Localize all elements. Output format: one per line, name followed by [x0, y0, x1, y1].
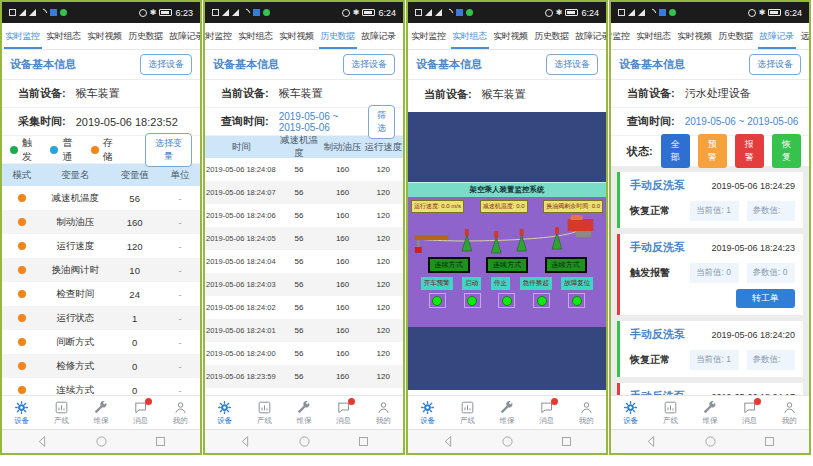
tab-realtime-config[interactable]: 实时组态 [635, 23, 673, 49]
table-row[interactable]: 连续方式0- [2, 378, 200, 395]
tab-realtime-config[interactable]: 实时组态 [45, 23, 83, 49]
scada-control-button[interactable]: 启动 [462, 277, 481, 290]
table-row[interactable]: 制动油压160- [2, 210, 200, 234]
table-row[interactable]: 检修方式0- [2, 354, 200, 378]
tab-fault-record[interactable]: 故障记录 [360, 23, 398, 49]
nav-profile[interactable]: 我的 [774, 400, 804, 426]
select-device-button[interactable]: 选择设备 [546, 54, 598, 75]
green-indicator-lamp [432, 296, 442, 306]
table-row[interactable]: 减速机温度56- [2, 186, 200, 210]
nav-messages[interactable]: 消息 [735, 400, 765, 426]
tab-realtime-video[interactable]: 实时视频 [86, 23, 124, 49]
filter-recovered-button[interactable]: 恢复 [772, 134, 801, 168]
nav-profile[interactable]: 我的 [165, 400, 195, 426]
tab-remote-control[interactable]: 远程控制 [799, 23, 810, 49]
variable-unit: - [160, 313, 200, 324]
filter-alarm-button[interactable]: 报警 [735, 134, 764, 168]
select-device-button[interactable]: 选择设备 [140, 54, 192, 75]
tab-history-data[interactable]: 历史数据 [127, 23, 165, 49]
nav-messages[interactable]: 消息 [329, 400, 359, 426]
select-device-button[interactable]: 选择设备 [749, 54, 801, 75]
tab-realtime-video[interactable]: 实时视频 [278, 23, 316, 49]
nav-messages[interactable]: 消息 [532, 400, 562, 426]
nav-device[interactable]: 设备 [210, 400, 240, 426]
scada-mode-button[interactable]: 连续方式 [428, 257, 470, 273]
filter-all-button[interactable]: 全部 [661, 134, 690, 168]
tab-history-data[interactable]: 历史数据 [533, 23, 571, 49]
nav-maintenance[interactable]: 维保 [86, 400, 116, 426]
tab-realtime-video[interactable]: 实时视频 [676, 23, 714, 49]
filter-button[interactable]: 筛选 [368, 105, 395, 139]
scada-control-button[interactable]: 急停禁起 [520, 277, 552, 290]
table-row[interactable]: 2019-05-06 18:24:0756160120 [205, 181, 403, 204]
nav-profile[interactable]: 我的 [571, 400, 601, 426]
tab-fault-record[interactable]: 故障记录 [758, 23, 796, 49]
tab-fault-record[interactable]: 故障记录 [168, 23, 201, 49]
recents-button[interactable] [357, 435, 370, 448]
nav-profile[interactable]: 我的 [368, 400, 398, 426]
nav-production-line[interactable]: 产线 [46, 400, 76, 426]
scada-control-button[interactable]: 停止 [491, 277, 510, 290]
to-work-order-button[interactable]: 转工单 [736, 289, 795, 308]
back-button[interactable] [36, 435, 49, 448]
back-button[interactable] [645, 435, 658, 448]
legend-普通[interactable]: 普通 [50, 136, 76, 164]
nav-messages[interactable]: 消息 [126, 400, 156, 426]
table-row[interactable]: 2019-05-06 18:24:0156160120 [205, 319, 403, 342]
table-row[interactable]: 2019-05-06 18:24:0656160120 [205, 204, 403, 227]
table-row[interactable]: 检查时间24- [2, 282, 200, 306]
nav-production-line[interactable]: 产线 [249, 400, 279, 426]
legend-触发[interactable]: 触发 [10, 136, 36, 164]
table-row[interactable]: 2019-05-06 18:23:5956160120 [205, 365, 403, 388]
select-device-button[interactable]: 选择设备 [343, 54, 395, 75]
column-header: 模式 [2, 169, 42, 182]
tab-realtime-monitor[interactable]: 实时监控 [410, 23, 448, 49]
nav-production-line[interactable]: 产线 [452, 400, 482, 426]
tab-realtime-monitor[interactable]: 实时监控 [205, 23, 234, 49]
table-row[interactable]: 2019-05-06 18:24:0556160120 [205, 227, 403, 250]
nav-device[interactable]: 设备 [616, 400, 646, 426]
nav-device[interactable]: 设备 [413, 400, 443, 426]
home-button[interactable] [298, 435, 311, 448]
recents-button[interactable] [763, 435, 776, 448]
nav-maintenance[interactable]: 维保 [289, 400, 319, 426]
table-row[interactable]: 2019-05-06 18:24:0256160120 [205, 296, 403, 319]
home-button[interactable] [95, 435, 108, 448]
tab-realtime-monitor[interactable]: 实时监控 [611, 23, 632, 49]
recents-button[interactable] [154, 435, 167, 448]
table-row[interactable]: 运行速度120- [2, 234, 200, 258]
table-row[interactable]: 运行状态1- [2, 306, 200, 330]
tab-realtime-config[interactable]: 实时组态 [451, 23, 489, 49]
scada-control-button[interactable]: 开车预警 [421, 277, 453, 290]
nav-production-line[interactable]: 产线 [655, 400, 685, 426]
select-variable-button[interactable]: 选择变量 [145, 133, 192, 167]
nav-item-label: 产线 [460, 416, 475, 426]
table-row[interactable]: 2019-05-06 18:24:0456160120 [205, 250, 403, 273]
tab-history-data[interactable]: 历史数据 [319, 23, 357, 49]
tab-remote-control[interactable]: 远程控制 [401, 23, 404, 49]
scada-control-row: 开车预警启动停止急停禁起故障复位 [411, 277, 603, 290]
table-row[interactable]: 2019-05-06 18:24:0856160120 [205, 158, 403, 181]
table-row[interactable]: 换油阀计时10- [2, 258, 200, 282]
table-row[interactable]: 2019-05-06 18:24:0056160120 [205, 342, 403, 365]
table-row[interactable]: 2019-05-06 18:24:0356160120 [205, 273, 403, 296]
home-button[interactable] [704, 435, 717, 448]
tab-realtime-video[interactable]: 实时视频 [492, 23, 530, 49]
scada-mode-button[interactable]: 连续方式 [486, 257, 528, 273]
scada-mode-button[interactable]: 连续方式 [545, 257, 587, 273]
back-button[interactable] [442, 435, 455, 448]
home-button[interactable] [501, 435, 514, 448]
nav-device[interactable]: 设备 [7, 400, 37, 426]
tab-realtime-monitor[interactable]: 实时监控 [4, 23, 42, 49]
recents-button[interactable] [560, 435, 573, 448]
tab-realtime-config[interactable]: 实时组态 [237, 23, 275, 49]
tab-history-data[interactable]: 历史数据 [717, 23, 755, 49]
table-row[interactable]: 间断方式0- [2, 330, 200, 354]
legend-存储[interactable]: 存储 [91, 136, 117, 164]
back-button[interactable] [239, 435, 252, 448]
scada-control-button[interactable]: 故障复位 [561, 277, 593, 290]
nav-maintenance[interactable]: 维保 [695, 400, 725, 426]
filter-warning-button[interactable]: 预警 [698, 134, 727, 168]
tab-fault-record[interactable]: 故障记录 [574, 23, 607, 49]
nav-maintenance[interactable]: 维保 [492, 400, 522, 426]
